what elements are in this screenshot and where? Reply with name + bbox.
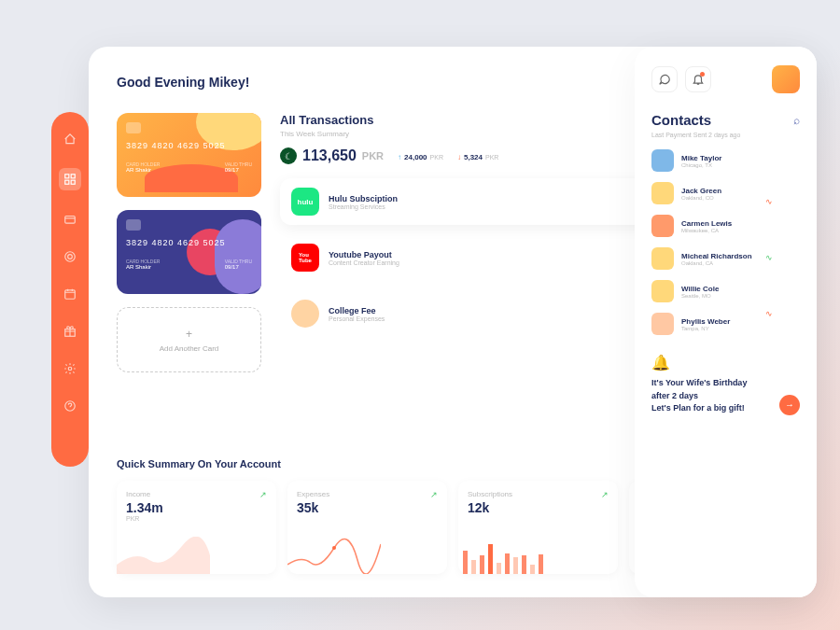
birthday-widget: 🔔 It's Your Wife's Birthday after 2 days… bbox=[651, 354, 800, 415]
contact-name: Willie Cole bbox=[681, 285, 800, 293]
transactions-subtitle: This Week Summary bbox=[280, 130, 373, 138]
contact-location: Oakland, CA bbox=[681, 260, 800, 266]
contact-location: Seattle, MO bbox=[681, 293, 800, 299]
plus-icon: + bbox=[186, 328, 192, 341]
balance-currency: PKR bbox=[362, 150, 384, 161]
credit-card-2[interactable]: 3829 4820 4629 5025 CARD HOLDERAR Shakir… bbox=[117, 210, 261, 294]
sidebar-gift[interactable] bbox=[62, 323, 78, 340]
arrow-down-icon: ↓ bbox=[457, 153, 461, 161]
transactions-title: All Transactions bbox=[280, 113, 373, 127]
svg-rect-17 bbox=[497, 563, 501, 574]
search-icon[interactable]: ⌕ bbox=[793, 114, 800, 127]
card-chip-icon bbox=[126, 122, 141, 133]
svg-rect-15 bbox=[480, 555, 484, 574]
bell-ring-icon: 🔔 bbox=[651, 354, 800, 371]
birthday-action-button[interactable]: → bbox=[779, 395, 800, 415]
summary-card-expenses[interactable]: Expenses 35k ↗ bbox=[287, 481, 447, 574]
contact-location: Tampa, NY bbox=[681, 326, 800, 331]
contact-item[interactable]: Mike TaylorChicago, TX bbox=[651, 149, 800, 172]
area-chart bbox=[117, 537, 210, 574]
svg-rect-21 bbox=[530, 565, 535, 574]
line-chart bbox=[287, 537, 381, 574]
hulu-icon: hulu bbox=[291, 188, 319, 216]
bell-button[interactable] bbox=[685, 66, 711, 92]
arrow-up-icon: ↑ bbox=[398, 153, 401, 161]
svg-rect-16 bbox=[488, 544, 493, 574]
trend-up-icon: ↗ bbox=[430, 490, 438, 499]
sidebar-home[interactable] bbox=[62, 131, 78, 147]
contact-location: Milwaukee, CA bbox=[681, 228, 800, 233]
card-chip-icon bbox=[126, 219, 141, 231]
contact-item[interactable]: Carmen LewisMilwaukee, CA bbox=[651, 215, 800, 237]
svg-rect-3 bbox=[71, 180, 75, 184]
sidebar-grid[interactable] bbox=[59, 168, 81, 190]
contacts-title: Contacts bbox=[651, 112, 711, 128]
svg-rect-13 bbox=[463, 551, 468, 574]
contact-item[interactable]: Micheal RichardsonOakland, CA bbox=[651, 247, 800, 270]
contact-avatar bbox=[651, 149, 674, 172]
contact-item[interactable]: Phyllis WeberTampa, NY bbox=[651, 313, 800, 335]
trend-up-icon: ↗ bbox=[601, 490, 609, 499]
sidebar bbox=[51, 112, 89, 467]
contact-name: Mike Taylor bbox=[681, 154, 800, 162]
add-card-button[interactable]: + Add Another Card bbox=[117, 307, 261, 372]
avatar-icon bbox=[291, 300, 319, 328]
contact-location: Chicago, TX bbox=[681, 162, 800, 168]
summary-card-income[interactable]: Income 1.34m PKR ↗ bbox=[117, 481, 276, 574]
sidebar-calendar[interactable] bbox=[62, 286, 78, 302]
contact-item[interactable]: Willie ColeSeattle, MO bbox=[651, 280, 800, 302]
youtube-icon: YouTube bbox=[291, 244, 319, 272]
contact-item[interactable]: Jack GreenOakland, CO bbox=[651, 182, 800, 204]
flag-icon: ☾ bbox=[280, 147, 297, 164]
greeting: Good Evening Mikey! bbox=[117, 75, 249, 90]
contact-avatar bbox=[651, 182, 674, 204]
trend-up-icon: ↗ bbox=[259, 490, 267, 499]
svg-point-9 bbox=[68, 367, 72, 371]
sidebar-target[interactable] bbox=[62, 248, 78, 265]
contact-name: Jack Green bbox=[681, 187, 800, 195]
svg-rect-18 bbox=[505, 553, 510, 574]
contact-name: Carmen Lewis bbox=[681, 219, 800, 228]
notification-dot bbox=[700, 72, 705, 77]
cards-column: 3829 4820 4629 5025 CARD HOLDERAR Shakir… bbox=[117, 113, 261, 444]
balance-amount: 113,650 bbox=[302, 147, 357, 164]
svg-point-6 bbox=[68, 255, 73, 259]
summary-card-subscriptions[interactable]: Subscriptions 12k ↗ bbox=[458, 481, 618, 574]
contacts-subtitle: Last Payment Sent 2 days ago bbox=[651, 132, 800, 138]
add-card-label: Add Another Card bbox=[160, 344, 219, 353]
sidebar-wallet[interactable] bbox=[62, 211, 78, 228]
svg-rect-7 bbox=[65, 290, 76, 299]
svg-rect-14 bbox=[471, 560, 476, 574]
svg-point-5 bbox=[65, 252, 76, 262]
svg-point-12 bbox=[332, 546, 336, 550]
card-number: 3829 4820 4629 5025 bbox=[126, 141, 252, 150]
summary-title: Quick Summary On Your Account bbox=[117, 458, 281, 469]
contact-name: Phyllis Weber bbox=[681, 317, 800, 326]
svg-rect-4 bbox=[65, 217, 76, 224]
card-number: 3829 4820 4629 5025 bbox=[126, 238, 252, 247]
chat-button[interactable] bbox=[651, 66, 678, 92]
contacts-list: Mike TaylorChicago, TXJack GreenOakland,… bbox=[651, 149, 800, 335]
sidebar-settings[interactable] bbox=[62, 360, 78, 377]
contact-location: Oakland, CO bbox=[681, 195, 800, 201]
svg-rect-0 bbox=[65, 175, 69, 178]
svg-rect-22 bbox=[539, 554, 543, 574]
svg-rect-1 bbox=[71, 175, 75, 178]
sidebar-help[interactable] bbox=[62, 398, 78, 414]
contact-avatar bbox=[651, 280, 674, 302]
svg-rect-2 bbox=[65, 180, 69, 184]
contact-avatar bbox=[651, 247, 674, 270]
svg-rect-19 bbox=[513, 557, 518, 574]
contact-avatar bbox=[651, 215, 674, 237]
bar-chart bbox=[458, 537, 552, 574]
svg-rect-20 bbox=[522, 555, 526, 574]
credit-card-1[interactable]: 3829 4820 4629 5025 CARD HOLDERAR Shakir… bbox=[117, 113, 261, 197]
right-panel: Contacts ⌕ Last Payment Sent 2 days ago … bbox=[635, 47, 817, 597]
contact-name: Micheal Richardson bbox=[681, 252, 800, 260]
user-avatar[interactable] bbox=[772, 65, 800, 93]
contact-avatar bbox=[651, 313, 674, 335]
